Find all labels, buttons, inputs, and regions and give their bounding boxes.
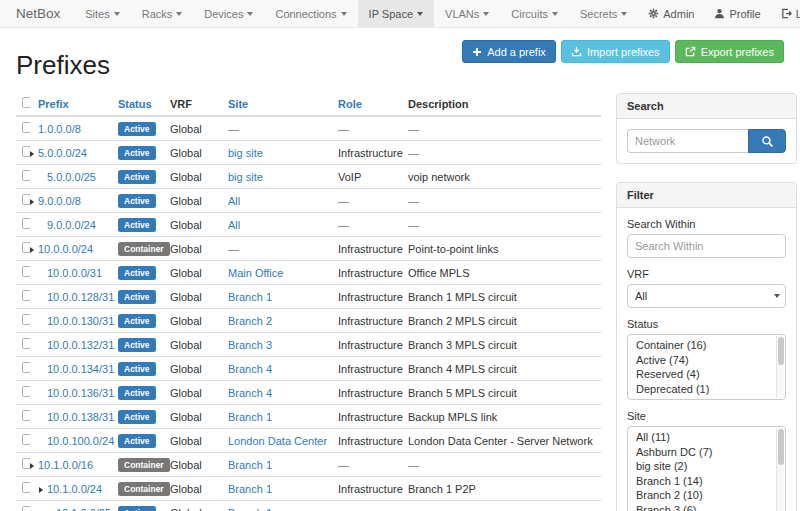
status-badge: Active <box>118 386 156 400</box>
filter-option[interactable]: big site (2) <box>628 459 785 474</box>
admin-link[interactable]: Admin <box>638 0 704 27</box>
prefix-link[interactable]: 10.0.0.138/31 <box>47 411 114 423</box>
prefix-link[interactable]: 5.0.0.0/24 <box>38 147 87 159</box>
vrf-value: Global <box>170 171 202 183</box>
site-link[interactable]: big site <box>228 147 263 159</box>
search-within-input[interactable] <box>627 234 786 258</box>
filter-option[interactable]: Active (74) <box>628 353 785 368</box>
status-multiselect[interactable]: Container (16)Active (74)Reserved (4)Dep… <box>627 334 786 400</box>
site-link[interactable]: Branch 4 <box>228 387 272 399</box>
nav-item-vlans[interactable]: VLANs <box>434 0 500 27</box>
site-link[interactable]: All <box>228 219 240 231</box>
role-value: VoIP <box>338 171 361 183</box>
prefix-link[interactable]: 10.1.0.0/16 <box>38 459 93 471</box>
row-checkbox[interactable] <box>22 218 30 229</box>
nav-item-racks[interactable]: Racks <box>131 0 194 27</box>
row-checkbox[interactable] <box>22 410 30 421</box>
site-link[interactable]: Branch 1 <box>228 507 272 511</box>
row-checkbox[interactable] <box>22 506 30 511</box>
prefix-link[interactable]: 10.0.0.0/24 <box>38 243 93 255</box>
site-link[interactable]: London Data Center <box>228 435 327 447</box>
row-checkbox[interactable] <box>22 266 30 277</box>
column-header-site[interactable]: Site <box>228 93 338 116</box>
row-checkbox[interactable] <box>22 290 30 301</box>
filter-option[interactable]: Branch 2 (10) <box>628 488 785 503</box>
column-header-vrf: VRF <box>170 93 228 116</box>
row-checkbox[interactable] <box>22 242 30 253</box>
profile-link[interactable]: Profile <box>704 0 770 27</box>
site-link[interactable]: Branch 1 <box>228 291 272 303</box>
row-checkbox[interactable] <box>22 458 30 469</box>
prefix-link[interactable]: 1.0.0.0/8 <box>38 123 81 135</box>
prefix-link[interactable]: 10.0.0.136/31 <box>47 387 114 399</box>
nav-item-sites[interactable]: Sites <box>74 0 130 27</box>
export-prefixes-button[interactable]: Export prefixes <box>675 40 784 63</box>
prefix-link[interactable]: 10.0.0.0/31 <box>47 267 102 279</box>
site-link[interactable]: big site <box>228 171 263 183</box>
prefix-link[interactable]: 5.0.0.0/25 <box>47 171 96 183</box>
prefix-link[interactable]: 10.1.0.0/25 <box>56 507 111 511</box>
filter-option[interactable]: Branch 1 (14) <box>628 474 785 489</box>
scrollbar-thumb[interactable] <box>778 429 784 465</box>
row-checkbox[interactable] <box>22 194 30 205</box>
site-link[interactable]: Main Office <box>228 267 283 279</box>
search-panel-title: Search <box>617 94 796 119</box>
site-link[interactable]: Branch 3 <box>228 339 272 351</box>
filter-option[interactable]: Reserved (4) <box>628 367 785 382</box>
scrollbar-thumb[interactable] <box>778 337 784 365</box>
row-checkbox[interactable] <box>22 314 30 325</box>
filter-option[interactable]: All (11) <box>628 430 785 445</box>
row-checkbox[interactable] <box>22 146 30 157</box>
nav-item-circuits[interactable]: Circuits <box>500 0 569 27</box>
column-header-role[interactable]: Role <box>338 93 408 116</box>
description-value: — <box>408 219 419 231</box>
nav-item-devices[interactable]: Devices <box>193 0 264 27</box>
filter-option[interactable]: Branch 3 (6) <box>628 503 785 511</box>
table-row: 5.0.0.0/25 Active Global big site VoIP v… <box>16 165 601 189</box>
nav-item-ip-space[interactable]: IP Space <box>358 0 434 27</box>
site-link[interactable]: All <box>228 195 240 207</box>
search-button[interactable] <box>748 129 786 153</box>
row-checkbox[interactable] <box>22 122 30 133</box>
site-multiselect[interactable]: All (11)Ashburn DC (7)big site (2)Branch… <box>627 426 786 511</box>
description-value: Point-to-point links <box>408 243 499 255</box>
site-link[interactable]: Branch 1 <box>228 459 272 471</box>
column-header-status[interactable]: Status <box>118 93 170 116</box>
vrf-select[interactable]: All <box>627 284 786 308</box>
select-all-checkbox[interactable] <box>22 97 30 108</box>
row-checkbox[interactable] <box>22 362 30 373</box>
column-header-prefix[interactable]: Prefix <box>30 93 118 116</box>
site-link[interactable]: Branch 1 <box>228 483 272 495</box>
import-prefixes-button[interactable]: Import prefixes <box>561 40 670 63</box>
filter-option[interactable]: Ashburn DC (7) <box>628 445 785 460</box>
row-checkbox[interactable] <box>22 434 30 445</box>
prefix-link[interactable]: 10.0.0.128/31 <box>47 291 114 303</box>
row-checkbox[interactable] <box>22 170 30 181</box>
vrf-value: Global <box>170 147 202 159</box>
role-value: — <box>338 507 349 511</box>
prefix-link[interactable]: 10.0.0.132/31 <box>47 339 114 351</box>
search-input[interactable] <box>627 129 748 153</box>
logout-link[interactable]: Log out <box>771 0 800 27</box>
prefix-link[interactable]: 10.0.0.134/31 <box>47 363 114 375</box>
site-link[interactable]: Branch 2 <box>228 315 272 327</box>
prefix-link[interactable]: 9.0.0.0/8 <box>38 195 81 207</box>
prefix-link[interactable]: 9.0.0.0/24 <box>47 219 96 231</box>
prefix-link[interactable]: 10.1.0.0/24 <box>47 483 102 495</box>
filter-option[interactable]: Deprecated (1) <box>628 382 785 397</box>
nav-item-connections[interactable]: Connections <box>264 0 357 27</box>
brand-logo[interactable]: NetBox <box>0 0 74 27</box>
prefix-link[interactable]: 10.0.0.130/31 <box>47 315 114 327</box>
add-prefix-button[interactable]: Add a prefix <box>462 40 556 63</box>
description-value: Office MPLS <box>408 267 470 279</box>
search-icon <box>761 135 774 148</box>
site-link[interactable]: Branch 1 <box>228 411 272 423</box>
filter-option[interactable]: Container (16) <box>628 338 785 353</box>
role-value: — <box>338 219 349 231</box>
site-link[interactable]: Branch 4 <box>228 363 272 375</box>
prefix-link[interactable]: 10.0.100.0/24 <box>47 435 114 447</box>
row-checkbox[interactable] <box>22 338 30 349</box>
row-checkbox[interactable] <box>22 386 30 397</box>
nav-item-secrets[interactable]: Secrets <box>569 0 638 27</box>
row-checkbox[interactable] <box>22 482 30 493</box>
